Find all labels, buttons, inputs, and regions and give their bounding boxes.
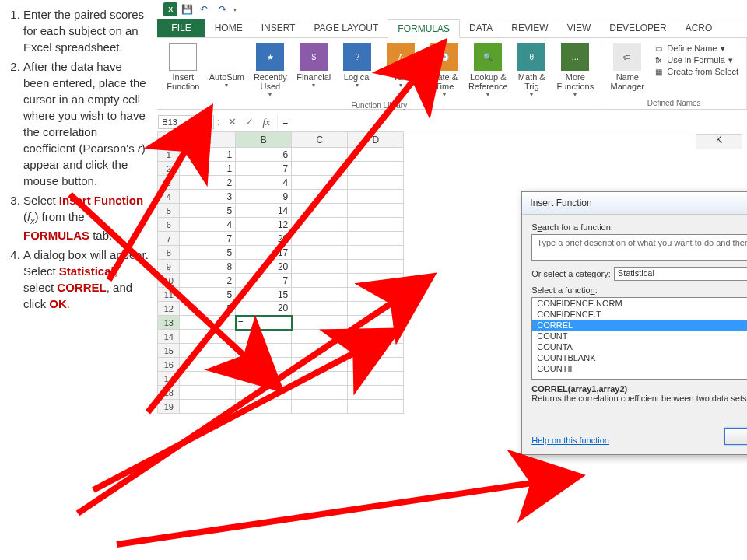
cell[interactable] — [348, 148, 404, 162]
cell[interactable] — [236, 400, 292, 414]
row-header[interactable]: 8 — [158, 246, 180, 260]
search-input[interactable]: Type a brief description of what you wan… — [531, 234, 747, 261]
list-item[interactable]: CORREL — [532, 320, 747, 331]
row-header[interactable]: 1 — [158, 148, 180, 162]
cell[interactable] — [236, 372, 292, 386]
cell[interactable]: 6 — [236, 148, 292, 162]
cell[interactable] — [236, 386, 292, 400]
cell[interactable]: 7 — [236, 162, 292, 176]
cell[interactable] — [292, 218, 348, 232]
cell[interactable]: 20 — [236, 232, 292, 246]
cell[interactable] — [348, 344, 404, 358]
list-item[interactable]: CONFIDENCE.T — [532, 309, 747, 320]
cell[interactable]: 7 — [236, 274, 292, 288]
column-header[interactable]: C — [292, 132, 348, 148]
function-list[interactable]: CONFIDENCE.NORMCONFIDENCE.TCORRELCOUNTCO… — [531, 297, 747, 380]
cell[interactable] — [348, 400, 404, 414]
cell[interactable]: 9 — [236, 190, 292, 204]
row-header[interactable]: 10 — [158, 274, 180, 288]
cell[interactable] — [348, 274, 404, 288]
cell[interactable] — [292, 162, 348, 176]
cell[interactable] — [348, 246, 404, 260]
cell[interactable] — [292, 386, 348, 400]
row-header[interactable]: 6 — [158, 218, 180, 232]
cell[interactable] — [348, 316, 404, 330]
cell[interactable] — [292, 400, 348, 414]
define-name-button[interactable]: ▭Define Name ▾ — [653, 43, 738, 54]
cell[interactable] — [348, 260, 404, 274]
cell[interactable] — [292, 372, 348, 386]
cancel-formula-icon[interactable]: ✕ — [224, 115, 240, 129]
row-header[interactable]: 5 — [158, 204, 180, 218]
cell[interactable] — [348, 162, 404, 176]
row-header[interactable]: 13 — [158, 316, 180, 330]
cell[interactable]: 20 — [236, 302, 292, 316]
cell[interactable] — [292, 246, 348, 260]
qat-dropdown-icon[interactable]: ▾ — [233, 6, 237, 13]
cell[interactable]: = — [236, 316, 292, 330]
cell[interactable]: 20 — [236, 260, 292, 274]
cell[interactable] — [348, 176, 404, 190]
row-header[interactable]: 11 — [158, 288, 180, 302]
tab-home[interactable]: HOME — [205, 19, 252, 37]
cell[interactable] — [292, 204, 348, 218]
create-from-selection-button[interactable]: ▦Create from Select — [653, 66, 738, 77]
use-in-formula-button[interactable]: fxUse in Formula ▾ — [653, 54, 738, 65]
row-header[interactable]: 4 — [158, 190, 180, 204]
redo-icon[interactable]: ↷ — [215, 3, 230, 16]
tab-review[interactable]: REVIEW — [502, 19, 557, 37]
cell[interactable] — [292, 288, 348, 302]
category-select[interactable]: Statistical ▾ — [614, 267, 747, 281]
cell[interactable] — [236, 344, 292, 358]
list-item[interactable]: COUNTA — [532, 341, 747, 352]
cell[interactable] — [292, 316, 348, 330]
fx-bar-icon[interactable]: fx — [258, 115, 274, 129]
row-header[interactable]: 12 — [158, 302, 180, 316]
cell[interactable] — [180, 400, 236, 414]
undo-icon[interactable]: ↶ — [196, 3, 212, 16]
ok-button[interactable]: OK — [724, 428, 747, 445]
tab-file[interactable]: FILE — [157, 19, 205, 37]
tab-insert[interactable]: INSERT — [252, 19, 305, 37]
cell[interactable] — [348, 204, 404, 218]
cell[interactable]: 12 — [236, 218, 292, 232]
cell[interactable] — [348, 190, 404, 204]
cell[interactable] — [348, 358, 404, 372]
cell[interactable]: 8 — [180, 260, 236, 274]
list-item[interactable]: COUNT — [532, 331, 747, 341]
list-item[interactable]: COUNTBLANK — [532, 352, 747, 363]
insert-function-button[interactable]: fx Insert Function — [162, 41, 204, 100]
cell[interactable]: 4 — [180, 218, 236, 232]
cell[interactable]: 17 — [236, 246, 292, 260]
list-item[interactable]: CONFIDENCE.NORM — [532, 298, 747, 309]
financial-button[interactable]: $ Financial▾ — [293, 41, 335, 100]
more-functions-button[interactable]: … More Functions▾ — [554, 41, 596, 100]
cell[interactable]: 5 — [180, 246, 236, 260]
formula-input[interactable]: = — [277, 115, 747, 129]
tab-page-layout[interactable]: PAGE LAYOUT — [304, 19, 388, 37]
save-icon[interactable]: 💾 — [181, 3, 193, 16]
logical-button[interactable]: ? Logical▾ — [336, 41, 378, 100]
cell[interactable]: 1 — [180, 148, 236, 162]
cell[interactable] — [180, 386, 236, 400]
cell[interactable]: 15 — [236, 288, 292, 302]
cell[interactable] — [348, 330, 404, 344]
autosum-button[interactable]: Σ AutoSum▾ — [205, 41, 247, 100]
cell[interactable] — [292, 274, 348, 288]
column-header[interactable]: A — [180, 132, 236, 148]
cell[interactable] — [292, 148, 348, 162]
tab-acrobat[interactable]: Acro — [676, 19, 722, 37]
row-header[interactable]: 18 — [158, 386, 180, 400]
cell[interactable] — [236, 358, 292, 372]
cell[interactable] — [348, 302, 404, 316]
cell[interactable] — [180, 316, 236, 330]
row-header[interactable]: 15 — [158, 344, 180, 358]
row-header[interactable]: 17 — [158, 372, 180, 386]
list-item[interactable]: COUNTIF — [532, 363, 747, 374]
cell[interactable]: 5 — [180, 204, 236, 218]
cell[interactable] — [348, 218, 404, 232]
lookup-button[interactable]: 🔍 Lookup & Reference▾ — [467, 41, 509, 100]
cell[interactable] — [180, 344, 236, 358]
cell[interactable] — [292, 302, 348, 316]
dialog-titlebar[interactable]: Insert Function ? ✕ — [522, 192, 747, 215]
